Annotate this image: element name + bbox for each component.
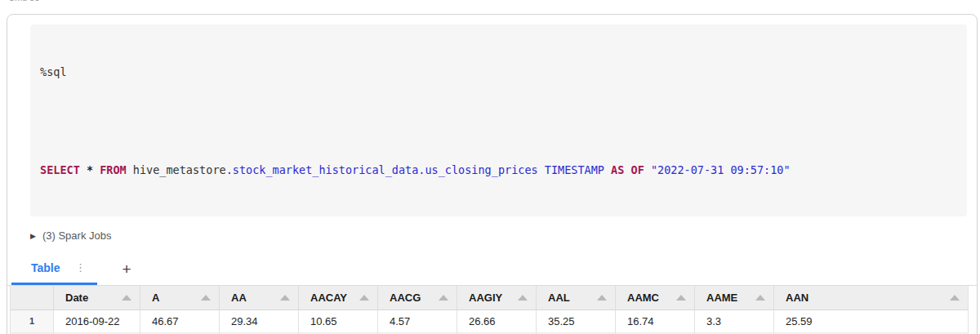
column-header-a[interactable]: A <box>140 286 220 310</box>
sql-token <box>80 163 87 176</box>
sort-icon <box>755 295 765 301</box>
sort-icon <box>280 295 290 301</box>
column-label: AAGIY <box>469 292 502 304</box>
sql-token <box>93 163 100 176</box>
table-cell: 35.25 <box>537 310 616 332</box>
table-cell: 2016-09-22 <box>54 310 140 332</box>
spark-jobs-toggle[interactable]: ▶ (3) Spark Jobs <box>30 229 967 242</box>
column-header-aame[interactable]: AAME <box>695 286 774 310</box>
column-header-aal[interactable]: AAL <box>537 286 616 310</box>
sql-token: "2022-07-31 09:57:10" <box>651 163 791 176</box>
sql-token: FROM <box>100 163 127 176</box>
kebab-menu-icon[interactable]: ⋮ <box>75 261 86 274</box>
sort-icon <box>518 295 528 301</box>
results-table-container: DateAAAAACAYAACGAAGIYAALAAMCAAMEAAN 1201… <box>10 286 969 334</box>
sql-token: hive_metastore <box>127 163 226 176</box>
code-editor[interactable]: %sql SELECT * FROM hive_metastore.stock_… <box>30 24 967 216</box>
sort-icon <box>201 295 211 301</box>
column-header-aagiy[interactable]: AAGIY <box>457 286 537 310</box>
sql-token: OF <box>631 163 644 176</box>
table-cell: 16.74 <box>616 310 695 332</box>
sort-icon <box>597 295 607 301</box>
table-cell: 29.34 <box>220 310 299 332</box>
row-number-header <box>11 286 54 310</box>
sql-statement: SELECT * FROM hive_metastore.stock_marke… <box>40 162 957 178</box>
column-label: AA <box>231 292 247 304</box>
table-cell: 26.66 <box>457 310 537 332</box>
sql-token: SELECT <box>40 163 80 176</box>
sql-token: AS <box>611 163 624 176</box>
sort-icon <box>950 295 960 301</box>
tab-table-label: Table <box>31 261 60 274</box>
results-table: DateAAAAACAYAACGAAGIYAALAAMCAAMEAAN 1201… <box>10 286 969 334</box>
column-label: A <box>152 292 159 304</box>
caret-right-icon: ▶ <box>30 232 36 240</box>
sort-icon <box>439 295 448 301</box>
tab-table[interactable]: Table ⋮ <box>11 252 97 285</box>
table-header-row: DateAAAAACAYAACGAAGIYAALAAMCAAMEAAN <box>11 286 969 310</box>
blank-code-line <box>40 113 957 129</box>
table-body: 12016-09-2246.6729.3410.654.5726.6635.25… <box>11 310 969 334</box>
notebook-cell: %sql SELECT * FROM hive_metastore.stock_… <box>7 14 978 334</box>
column-label: Date <box>65 292 88 304</box>
table-row: 12016-09-2246.6729.3410.654.5726.6635.25… <box>11 310 969 332</box>
column-label: AAL <box>548 292 570 304</box>
cell-command-label: Cmd 33 <box>8 0 40 2</box>
sql-token: TIMESTAMP <box>545 163 604 176</box>
table-cell: 4.57 <box>378 310 457 332</box>
column-label: AACAY <box>310 292 347 304</box>
column-label: AAN <box>786 292 808 304</box>
sql-token <box>624 163 630 176</box>
results-tab-bar: Table ⋮ + <box>7 252 977 286</box>
table-cell: 10.65 <box>299 310 378 332</box>
sql-token <box>604 163 611 176</box>
column-header-date[interactable]: Date <box>54 286 140 310</box>
add-visualization-button[interactable]: + <box>116 259 137 280</box>
column-label: AACG <box>390 292 421 304</box>
sql-token <box>538 163 545 176</box>
sql-token <box>644 163 651 176</box>
column-header-aamc[interactable]: AAMC <box>616 286 695 310</box>
column-header-aacg[interactable]: AACG <box>378 286 457 310</box>
sort-icon <box>122 295 131 301</box>
column-header-aan[interactable]: AAN <box>774 286 969 310</box>
column-label: AAME <box>706 292 737 304</box>
sql-token: .stock_market_historical_data.us_closing… <box>226 163 538 176</box>
column-label: AAMC <box>627 292 659 304</box>
table-cell: 46.67 <box>140 310 220 332</box>
magic-command-line: %sql <box>40 64 957 80</box>
spark-jobs-label: (3) Spark Jobs <box>42 229 112 242</box>
table-cell: 3.3 <box>695 310 774 332</box>
sort-icon <box>676 295 686 301</box>
column-header-aacay[interactable]: AACAY <box>299 286 378 310</box>
sort-icon <box>359 295 369 301</box>
row-number: 1 <box>11 310 54 332</box>
column-header-aa[interactable]: AA <box>220 286 299 310</box>
table-cell: 25.59 <box>774 310 969 332</box>
sql-token: * <box>87 163 93 176</box>
